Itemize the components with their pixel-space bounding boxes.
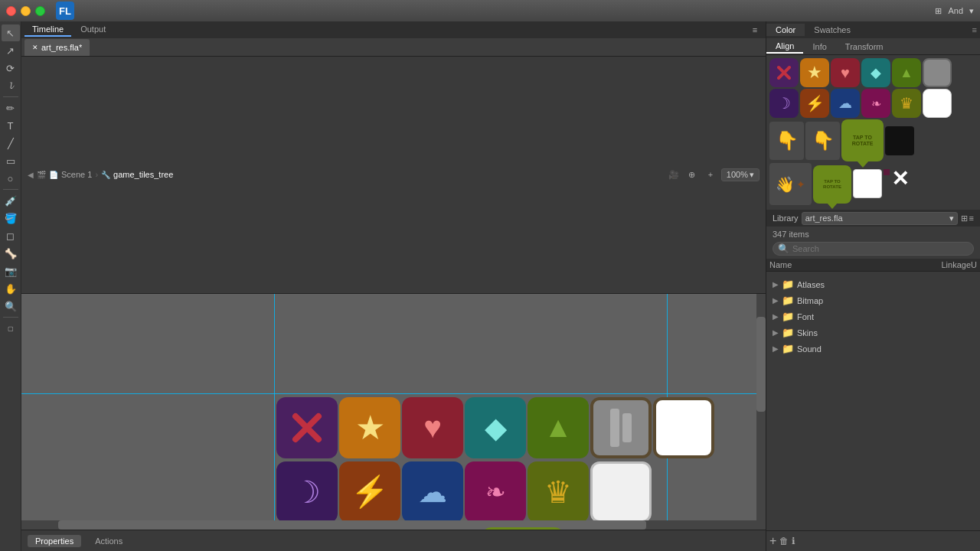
folder-skins[interactable]: ▶ 📁 Skins [769,324,977,341]
swatch-heart[interactable]: ♥ [831,58,860,87]
lasso-tool[interactable]: 𝓵 [2,77,20,94]
breadcrumb-current[interactable]: game_tiles_tree [113,170,173,179]
folder-label-skins: Skins [797,328,818,337]
symbol-icon: 🔧 [101,171,110,179]
tab-actions[interactable]: Actions [87,535,130,547]
tab-color[interactable]: Color [766,24,805,36]
right-panel-tabs: Color Swatches ≡ [766,21,980,38]
transform-tool[interactable]: ⟳ [2,60,20,77]
scrollbar-right[interactable] [756,294,766,530]
swatch-diamond[interactable]: ◆ [861,58,890,87]
tab-output[interactable]: Output [73,23,113,37]
swatch-tap-rotate-small[interactable]: TAP TOROTATE [813,165,851,204]
swatch-leaves[interactable]: ❧ [861,89,890,118]
bone-tool[interactable]: 🦴 [2,245,20,262]
title-bar: FL ⊞ And ▾ [0,0,980,21]
zoom-tool[interactable]: 🔍 [2,298,20,315]
eyedropper-tool[interactable]: 💉 [2,192,20,209]
add-item-btn[interactable]: + [769,534,776,548]
tile-gray-bordered [590,397,652,458]
swatch-tap-rotate-large[interactable]: TAP TOROTATE [841,119,884,161]
tab-timeline[interactable]: Timeline [24,23,71,37]
file-tab[interactable]: ✕ art_res.fla* [24,39,90,56]
library-header: Library art_res.fla ▾ ⊞ ≡ [766,210,980,227]
maximize-button[interactable] [35,6,45,16]
zoom-box[interactable]: 100% ▾ [721,168,760,181]
swatch-x[interactable] [769,58,799,87]
library-bottom-controls: + 🗑 ℹ [766,530,980,551]
eraser-tool[interactable]: ◻ [2,227,20,244]
camera-tool[interactable]: 📷 [2,262,20,279]
library-search-input[interactable] [792,244,884,253]
scene-icon: 🎬 [37,171,46,179]
swatch-lightning[interactable]: ⚡ [800,89,829,118]
swatch-dark-sq [884,169,890,175]
select-tool[interactable]: ↖ [2,24,20,41]
tile-white-plain [590,461,652,523]
delete-item-btn[interactable]: 🗑 [779,536,789,546]
snap-ctrl[interactable]: + [703,167,718,182]
zoom-dropdown[interactable]: ▾ [750,170,754,180]
subtab-align[interactable]: Align [766,40,803,54]
text-tool[interactable]: T [2,117,20,134]
tool-divider-3 [3,317,18,318]
folder-label-sound: Sound [797,344,822,354]
target-ctrl[interactable]: ⊕ [684,167,700,182]
back-arrow[interactable]: ◀ [28,171,34,179]
tile-crown: ♛ [528,461,589,523]
folder-font[interactable]: ▶ 📁 Font [769,308,977,324]
swatch-gray[interactable] [923,58,952,87]
paint-bucket-tool[interactable]: 🪣 [2,210,20,227]
swatch-tree[interactable]: ▲ [892,58,921,87]
bottom-bar: Properties Actions [21,530,766,551]
guide-h-top [21,393,766,394]
panel-collapse[interactable]: ≡ [747,22,763,37]
swatch-star[interactable]: ★ [800,58,829,87]
col-name: Name [769,260,792,269]
right-panel-collapse[interactable]: ≡ [969,25,980,34]
subtab-transform[interactable]: Transform [836,41,893,53]
pencil-tool[interactable]: ✏ [2,99,20,116]
subselect-tool[interactable]: ↗ [2,42,20,59]
file-tab-close[interactable]: ✕ [32,44,38,51]
minimize-button[interactable] [21,6,31,16]
scrollbar-bottom[interactable] [21,520,756,530]
file-tab-label: art_res.fla* [41,43,82,52]
swatch-white-box[interactable] [853,169,882,198]
folder-bitmap[interactable]: ▶ 📁 Bitmap [769,292,977,308]
subtab-info[interactable]: Info [803,41,835,53]
swatches-row2: ☽ ⚡ ☁ ❧ ♛ [769,89,977,118]
close-button[interactable] [6,6,16,16]
timeline-tabs: Timeline Output ≡ [21,21,766,38]
tiles-row2: ☽ ⚡ ☁ ❧ ♛ [276,461,652,523]
library-dropdown[interactable]: art_res.fla ▾ [802,212,958,225]
file-tabs-bar: ✕ art_res.fla* [21,38,766,57]
swatch-crescent[interactable]: ☽ [769,89,799,118]
library-search-box: 🔍 [773,242,974,256]
breadcrumb-scene[interactable]: Scene 1 [61,170,92,179]
folder-label-font: Font [797,312,814,321]
oval-tool[interactable]: ○ [2,170,20,187]
tab-properties[interactable]: Properties [28,535,81,547]
items-count: 347 items [766,227,980,242]
camera-ctrl[interactable]: 🎥 [666,167,681,182]
library-menu-btn[interactable]: ≡ [969,214,974,223]
folder-sound[interactable]: ▶ 📁 Sound [769,341,977,357]
swatch-cloud[interactable]: ☁ [831,89,860,118]
tile-tree: ▲ [528,397,589,458]
tap-rotate-btn-1[interactable]: TAP TO ROTATE [481,527,565,530]
breadcrumb: ◀ 🎬 📄 Scene 1 › 🔧 game_tiles_tree [28,170,660,179]
new-symbol-btn[interactable]: ⊞ [961,214,968,223]
folder-atlases[interactable]: ▶ 📁 Atlases [769,276,977,292]
stroke-color[interactable]: ▢ [2,320,20,337]
tile-heart: ♥ [402,397,463,458]
hand-tool[interactable]: ✋ [2,280,20,297]
swatch-crown[interactable]: ♛ [892,89,921,118]
tab-swatches[interactable]: Swatches [805,24,860,36]
folder-icon-bitmap: 📁 [782,295,794,306]
line-tool[interactable]: ╱ [2,135,20,152]
properties-btn[interactable]: ℹ [792,536,795,546]
rect-tool[interactable]: ▭ [2,152,20,169]
swatch-white[interactable] [923,89,952,118]
swatch-black[interactable] [885,126,914,155]
